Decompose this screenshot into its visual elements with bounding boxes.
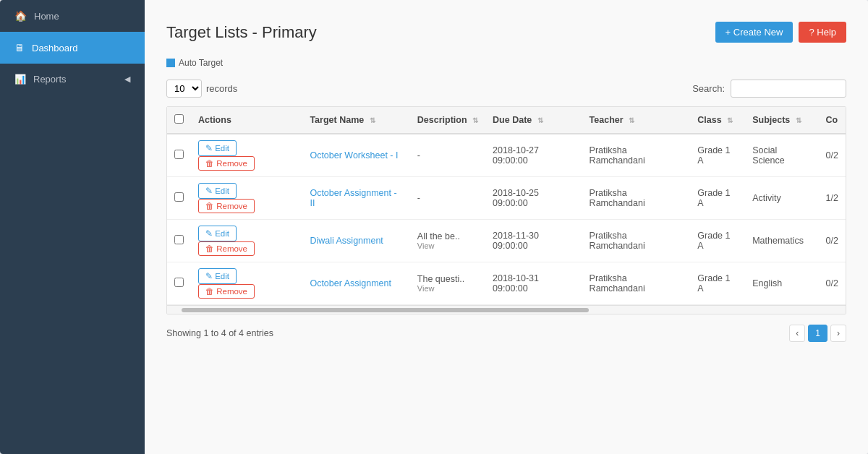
row-actions-cell: ✎ Edit 🗑 Remove: [191, 134, 302, 177]
target-name-header: Target Name ⇅: [302, 107, 409, 134]
class-header: Class ⇅: [690, 107, 745, 134]
target-name-link-0[interactable]: October Worksheet - I: [310, 150, 398, 160]
records-left: 10 25 50 records: [166, 80, 237, 98]
row-due-date-cell: 2018-10-31 09:00:00: [485, 262, 582, 305]
subjects-header: Subjects ⇅: [745, 107, 818, 134]
row-description-cell: -: [410, 134, 485, 177]
table-controls: 10 25 50 records Search:: [166, 80, 846, 98]
sort-icon-target[interactable]: ⇅: [370, 116, 375, 124]
search-input[interactable]: [731, 80, 846, 98]
edit-button-2[interactable]: ✎ Edit: [198, 226, 237, 241]
dashboard-icon: 🖥: [14, 42, 25, 53]
table-row: ✎ Edit 🗑 Remove October Worksheet - I - …: [167, 134, 846, 177]
sidebar-item-reports[interactable]: 📊 Reports ◀: [0, 64, 145, 95]
row-co-cell: 0/2: [819, 262, 846, 305]
edit-button-3[interactable]: ✎ Edit: [198, 268, 237, 284]
edit-button-0[interactable]: ✎ Edit: [198, 140, 237, 156]
row-checkbox-1[interactable]: [174, 192, 184, 202]
search-label: Search:: [692, 83, 725, 94]
records-label: records: [206, 83, 237, 94]
sort-icon-subjects[interactable]: ⇅: [796, 116, 801, 124]
header-row: Target Lists - Primary + Create New ? He…: [166, 22, 846, 43]
row-actions-cell: ✎ Edit 🗑 Remove: [191, 220, 302, 262]
target-name-link-3[interactable]: October Assignment: [310, 278, 391, 288]
target-name-link-1[interactable]: October Assignment - II: [310, 188, 396, 208]
next-page-button[interactable]: ›: [830, 325, 846, 342]
row-subjects-cell: Mathematics: [745, 220, 818, 262]
row-checkbox-0[interactable]: [174, 150, 184, 159]
row-description-cell: The questi.. View: [410, 262, 485, 305]
row-subjects-cell: Social Science: [745, 134, 818, 177]
prev-page-button[interactable]: ‹: [789, 325, 805, 342]
description-header: Description ⇅: [410, 107, 485, 134]
main-content: Target Lists - Primary + Create New ? He…: [145, 0, 868, 454]
row-class-cell: Grade 1 A: [690, 177, 745, 220]
row-target-name-cell: October Assignment - II: [302, 177, 409, 220]
row-class-cell: Grade 1 A: [690, 134, 745, 177]
due-date-header: Due Date ⇅: [485, 107, 582, 134]
help-button[interactable]: ? Help: [799, 22, 846, 43]
data-table-wrapper: Actions Target Name ⇅ Description ⇅ Due …: [166, 106, 846, 314]
row-class-cell: Grade 1 A: [690, 262, 745, 305]
row-description-cell: All the be.. View: [410, 220, 485, 262]
auto-target-badge: Auto Target: [166, 58, 223, 68]
row-co-cell: 0/2: [819, 134, 846, 177]
row-checkbox-cell: [167, 262, 191, 305]
remove-button-3[interactable]: 🗑 Remove: [198, 284, 255, 299]
chevron-right-icon: ◀: [124, 74, 130, 84]
row-teacher-cell: Pratiksha Ramchandani: [582, 177, 691, 220]
auto-target-label: Auto Target: [179, 58, 223, 68]
view-link-3[interactable]: View: [417, 284, 478, 293]
page-1-button[interactable]: 1: [808, 325, 827, 342]
row-checkbox-2[interactable]: [174, 235, 184, 244]
records-per-page-select[interactable]: 10 25 50: [166, 80, 202, 98]
row-target-name-cell: Diwali Assignment: [302, 220, 409, 262]
table-row: ✎ Edit 🗑 Remove October Assignment The q…: [167, 262, 846, 305]
row-teacher-cell: Pratiksha Ramchandani: [582, 262, 691, 305]
table-footer: Showing 1 to 4 of 4 entries ‹ 1 ›: [166, 325, 846, 342]
row-actions-cell: ✎ Edit 🗑 Remove: [191, 262, 302, 305]
remove-button-1[interactable]: 🗑 Remove: [198, 199, 255, 213]
edit-button-1[interactable]: ✎ Edit: [198, 183, 237, 199]
row-co-cell: 0/2: [819, 220, 846, 262]
row-teacher-cell: Pratiksha Ramchandani: [582, 220, 691, 262]
row-checkbox-cell: [167, 220, 191, 262]
row-due-date-cell: 2018-10-25 09:00:00: [485, 177, 582, 220]
table-row: ✎ Edit 🗑 Remove October Assignment - II …: [167, 177, 846, 220]
auto-target-color-swatch: [166, 59, 175, 67]
row-target-name-cell: October Worksheet - I: [302, 134, 409, 177]
sort-icon-teacher[interactable]: ⇅: [629, 116, 634, 124]
sidebar-item-reports-label: Reports: [33, 74, 67, 85]
reports-icon: 📊: [14, 74, 26, 85]
horizontal-scrollbar[interactable]: [167, 305, 846, 314]
home-icon: 🏠: [14, 10, 27, 22]
sidebar-item-home[interactable]: 🏠 Home: [0, 0, 145, 32]
sidebar-item-dashboard-label: Dashboard: [32, 43, 78, 53]
row-class-cell: Grade 1 A: [690, 220, 745, 262]
sort-icon-desc[interactable]: ⇅: [472, 116, 478, 124]
remove-button-0[interactable]: 🗑 Remove: [198, 156, 255, 171]
create-new-button[interactable]: + Create New: [715, 22, 793, 43]
check-all-checkbox[interactable]: [174, 114, 184, 124]
row-checkbox-cell: [167, 177, 191, 220]
row-description-cell: -: [410, 177, 485, 220]
sort-icon-class[interactable]: ⇅: [727, 116, 733, 124]
target-name-link-2[interactable]: Diwali Assignment: [310, 236, 383, 246]
check-all-header: [167, 107, 191, 134]
remove-button-2[interactable]: 🗑 Remove: [198, 241, 255, 256]
sidebar-item-dashboard[interactable]: 🖥 Dashboard: [0, 32, 145, 64]
sort-icon-due[interactable]: ⇅: [537, 116, 543, 124]
data-table: Actions Target Name ⇅ Description ⇅ Due …: [167, 107, 846, 305]
sidebar-item-home-label: Home: [34, 11, 59, 22]
row-target-name-cell: October Assignment: [302, 262, 409, 305]
row-subjects-cell: English: [745, 262, 818, 305]
row-due-date-cell: 2018-10-27 09:00:00: [485, 134, 582, 177]
showing-entries-text: Showing 1 to 4 of 4 entries: [166, 328, 273, 338]
row-checkbox-3[interactable]: [174, 278, 184, 287]
table-row: ✎ Edit 🗑 Remove Diwali Assignment All th…: [167, 220, 846, 262]
header-buttons: + Create New ? Help: [715, 22, 846, 43]
view-link-2[interactable]: View: [417, 241, 478, 250]
sidebar: 🏠 Home 🖥 Dashboard 📊 Reports ◀: [0, 0, 145, 454]
pagination: ‹ 1 ›: [789, 325, 846, 342]
search-right: Search:: [692, 80, 846, 98]
